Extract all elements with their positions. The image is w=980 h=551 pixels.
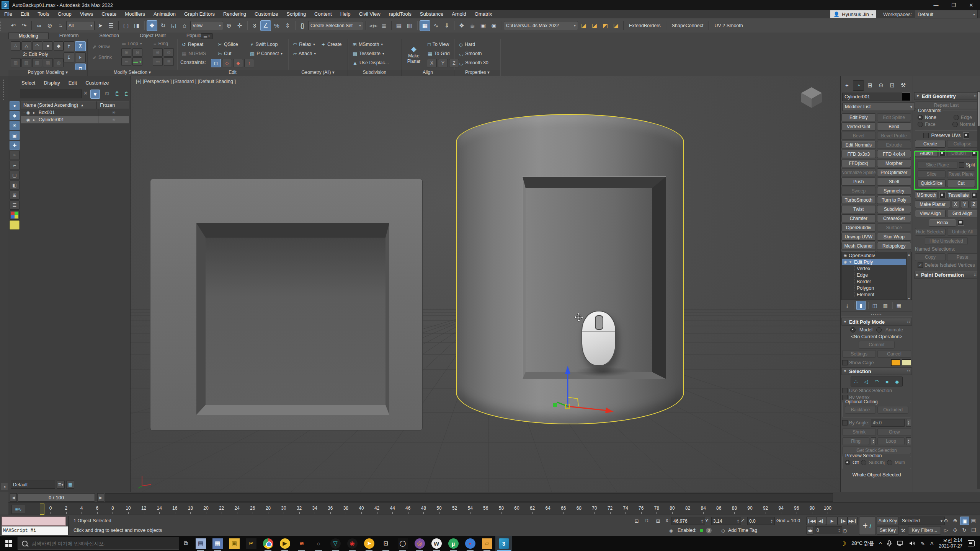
menu-scripting[interactable]: Scripting xyxy=(283,10,310,18)
toolbar-civil-view-tool-2-icon[interactable]: ◪ xyxy=(590,21,599,31)
panel-scrollbar[interactable] xyxy=(977,91,980,489)
attach-button[interactable]: Attach xyxy=(915,149,938,157)
modifier-button-skin-wrap[interactable]: Skin Wrap xyxy=(877,233,911,241)
edit-poly-mode-header[interactable]: ▼ Edit Poly Mode ∷ xyxy=(841,318,912,326)
toolbar-grip[interactable] xyxy=(3,80,6,100)
taskbar-clock[interactable]: 오전 2:14 2021-07-27 xyxy=(939,538,962,549)
filter-bones-icon[interactable]: ⌐ xyxy=(10,161,20,170)
app-media-player[interactable]: ▶ xyxy=(276,536,293,551)
app-display-tool[interactable]: ⊡ xyxy=(377,536,394,551)
constraint-normal-button[interactable]: ↑ xyxy=(244,59,254,67)
app-people-search[interactable]: ◌ xyxy=(310,536,327,551)
slice-plane-button[interactable]: Slice Plane xyxy=(918,161,957,169)
app-w-tool[interactable]: W xyxy=(428,536,445,551)
toolbar-project-folder-dropdown[interactable]: C:\Users\JI...ds Max 2022▾ xyxy=(504,21,578,30)
app-xsplit[interactable]: ✂ xyxy=(243,536,260,551)
grow-button[interactable]: Grow xyxy=(877,428,911,436)
ring-grow-button[interactable]: ⊕ xyxy=(153,48,163,57)
set-key-button[interactable]: Set Key xyxy=(877,526,899,535)
zoom-icon[interactable]: ⊙ xyxy=(942,517,950,524)
hierarchy-tab[interactable]: ⊞ xyxy=(865,80,875,90)
stack-item-vertex[interactable]: Vertex xyxy=(842,265,911,272)
menu-arnold[interactable]: Arnold xyxy=(448,10,470,18)
constraint-edge-radio[interactable] xyxy=(954,115,959,120)
app-blue-tool[interactable]: • xyxy=(462,536,479,551)
nurms-button[interactable]: ▦NURMS xyxy=(180,50,207,57)
maximize-viewport-icon[interactable]: ❒ xyxy=(969,526,978,534)
panel-caption-polygon-modeling[interactable]: Polygon Modeling ▾ xyxy=(8,70,87,76)
toolbar-edit-named-selection-sets-icon[interactable]: {} xyxy=(297,21,307,31)
key-selection-dropdown[interactable]: Selected▾ xyxy=(900,517,945,525)
swift-loop-button[interactable]: ⚡Swift Loop xyxy=(248,41,279,48)
3dsmax-app-icon[interactable]: 3 xyxy=(2,1,9,9)
toolbar-select-and-link-icon[interactable]: ∞ xyxy=(34,21,44,31)
relax-button[interactable]: ◠Relax ▾ xyxy=(291,41,317,48)
slice-button[interactable]: Slice xyxy=(918,170,946,178)
delete-isolated-vertices-checkbox[interactable]: ✔ xyxy=(918,262,923,268)
menu-omatrix[interactable]: Omatrix xyxy=(470,10,497,18)
filter-materials-icon[interactable]: ◧ xyxy=(10,181,20,190)
sel-polygon-icon[interactable]: ■ xyxy=(885,379,889,385)
commit-button[interactable]: Commit xyxy=(859,341,895,349)
constraint-none-button[interactable]: ◻ xyxy=(211,59,221,67)
make-unique-icon[interactable]: ◫ xyxy=(871,301,879,310)
modifier-button-chamfer[interactable]: Chamfer xyxy=(841,214,876,222)
toolbar-material-editor-icon[interactable]: ❖ xyxy=(457,21,467,31)
menu-customize[interactable]: Customize xyxy=(250,10,282,18)
stack-scrollbar[interactable]: ▲▼ xyxy=(906,252,911,300)
hierarchy-view-icon[interactable]: Ē xyxy=(113,90,121,98)
explorer-settings-icon[interactable]: ▦ xyxy=(66,481,74,489)
toolbar-extendborders-macro-button[interactable]: ExtendBorders xyxy=(626,21,664,30)
perspective-viewport[interactable]: [+] [Perspective ] [Standard ] [Default … xyxy=(130,76,841,492)
preserve-uvs-settings-icon[interactable] xyxy=(963,132,969,139)
play-button[interactable]: ▶ xyxy=(826,517,838,525)
reset-plane-button[interactable]: Reset Plane xyxy=(947,170,975,178)
current-frame-field[interactable]: 0▲▼ xyxy=(815,526,842,534)
toolbar-grip[interactable] xyxy=(0,21,3,31)
toolbar-civil-view-tool-4-icon[interactable]: ◪ xyxy=(611,21,621,31)
toolbar-bind-to-space-warp-icon[interactable]: ≈ xyxy=(56,21,65,31)
toolbar-rendered-frame-window-icon[interactable]: ▣ xyxy=(478,21,488,31)
toolbar-use-pivot-point-center-icon[interactable]: ⊕ xyxy=(224,21,234,31)
preview-multi-radio[interactable] xyxy=(887,460,892,465)
modifier-button-twist[interactable]: Twist xyxy=(841,205,876,213)
modifier-button-turn-to-poly[interactable]: Turn to Poly xyxy=(877,196,911,204)
hide-selected-button[interactable]: Hide Selected xyxy=(915,228,946,236)
zoom-extents-icon[interactable]: ▣ xyxy=(960,517,969,525)
border-mode-icon[interactable]: ◠ xyxy=(32,41,42,51)
toolbar-angle-snap-toggle-icon[interactable]: ∠ xyxy=(260,20,271,31)
filter-containers-icon[interactable]: ▢ xyxy=(10,171,20,180)
toolbar-select-and-place-icon[interactable]: ⌂ xyxy=(180,21,189,31)
menu-animation[interactable]: Animation xyxy=(149,10,180,18)
modifier-button-bevel-profile[interactable]: Bevel Profile xyxy=(877,132,911,140)
search-input[interactable] xyxy=(31,540,162,547)
edge-mode-icon[interactable]: △ xyxy=(21,41,31,51)
task-view-icon[interactable]: ⧉ xyxy=(179,536,192,551)
model-radio[interactable] xyxy=(850,327,856,333)
explorer-preset-dropdown[interactable]: Default xyxy=(11,481,55,489)
hide-unselected-button[interactable]: Hide Unselected xyxy=(925,237,968,245)
app-sticky-notes[interactable]: ▣ xyxy=(226,536,243,551)
weather-temp-text[interactable]: 28°C 맑음 xyxy=(851,540,874,547)
object-color-swatch[interactable] xyxy=(902,93,910,101)
search-filter-icon[interactable]: ▼ xyxy=(90,90,100,99)
settings-button[interactable]: Settings xyxy=(842,350,876,358)
time-configuration-icon[interactable]: ◷ xyxy=(841,526,849,535)
relax-settings-icon[interactable] xyxy=(958,220,964,226)
clear-search-icon[interactable]: ✕ xyxy=(83,90,88,96)
menu-group[interactable]: Group xyxy=(54,10,76,18)
previous-key-button[interactable]: ◀❙ xyxy=(816,517,826,525)
app-audio-tool[interactable]: ≋ xyxy=(293,536,310,551)
adaptive-degradation-icon[interactable]: ◈ xyxy=(667,526,675,535)
microphone-icon[interactable] xyxy=(887,540,892,546)
modifier-button-morpher[interactable]: Morpher xyxy=(877,159,911,167)
msmooth-settings-icon[interactable] xyxy=(939,192,946,198)
display-tab[interactable]: ⊡ xyxy=(887,80,897,90)
modifier-button-edit-spline[interactable]: Edit Spline xyxy=(877,113,911,121)
modifier-button-sweep[interactable]: Sweep xyxy=(841,187,876,195)
toolbar-select-and-rotate-icon[interactable]: ↻ xyxy=(158,21,168,31)
toolbar-spinner-snap-toggle-icon[interactable]: ⇕ xyxy=(283,21,292,31)
minimize-button[interactable]: — xyxy=(927,0,945,10)
occluded-button[interactable]: Occluded xyxy=(877,406,908,414)
detach-button[interactable]: Detach xyxy=(947,149,970,157)
